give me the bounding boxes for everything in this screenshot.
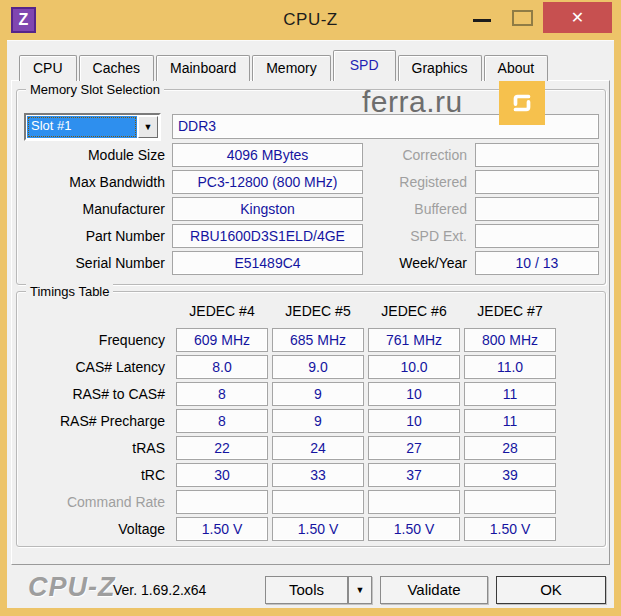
trc-cell: 30 xyxy=(176,463,268,487)
correction-label: Correction xyxy=(307,143,467,167)
cas-latency-cell: 8.0 xyxy=(176,355,268,379)
close-button[interactable]: ✕ xyxy=(543,2,612,33)
ras-precharge-cell: 8 xyxy=(176,409,268,433)
week-year-field: 10 / 13 xyxy=(475,251,599,275)
version-text: Ver. 1.69.2.x64 xyxy=(113,582,206,598)
tab-caches[interactable]: Caches xyxy=(79,55,154,81)
ferra-watermark: ferra.ru xyxy=(362,85,463,119)
tab-about[interactable]: About xyxy=(484,55,549,81)
slot-select-value[interactable]: Slot #1 xyxy=(27,116,137,138)
validate-button[interactable]: Validate xyxy=(380,576,488,604)
voltage-cell: 1.50 V xyxy=(272,517,364,541)
serial-number-label: Serial Number xyxy=(17,251,165,275)
ras-precharge-cell: 10 xyxy=(368,409,460,433)
frequency-cell: 609 MHz xyxy=(176,328,268,352)
cpuz-logo: CPU-Z xyxy=(28,572,116,603)
cas-latency-label: CAS# Latency xyxy=(17,355,165,379)
command-rate-cell xyxy=(176,490,268,514)
cas-latency-cell: 10.0 xyxy=(368,355,460,379)
ras-precharge-cell: 11 xyxy=(464,409,556,433)
tools-dropdown-arrow-icon[interactable]: ▼ xyxy=(348,576,372,604)
cas-latency-cell: 11.0 xyxy=(464,355,556,379)
voltage-cell: 1.50 V xyxy=(176,517,268,541)
tras-cell: 24 xyxy=(272,436,364,460)
trc-label: tRC xyxy=(17,463,165,487)
tab-graphics[interactable]: Graphics xyxy=(398,55,482,81)
column-header-jedec6: JEDEC #6 xyxy=(368,303,460,320)
correction-field xyxy=(475,143,599,167)
ferra-logo-icon xyxy=(499,81,545,125)
tab-mainboard[interactable]: Mainboard xyxy=(156,55,250,81)
registered-field xyxy=(475,170,599,194)
ras-to-cas-cell: 8 xyxy=(176,382,268,406)
frequency-label: Frequency xyxy=(17,328,165,352)
titlebar[interactable]: Z CPU-Z ✕ xyxy=(0,0,621,40)
ras-to-cas-cell: 9 xyxy=(272,382,364,406)
command-rate-label: Command Rate xyxy=(17,490,165,514)
buffered-field xyxy=(475,197,599,221)
close-icon: ✕ xyxy=(571,8,584,27)
week-year-label: Week/Year xyxy=(307,251,467,275)
ras-to-cas-cell: 10 xyxy=(368,382,460,406)
manufacturer-label: Manufacturer xyxy=(17,197,165,221)
cas-latency-cell: 9.0 xyxy=(272,355,364,379)
column-header-jedec4: JEDEC #4 xyxy=(176,303,268,320)
voltage-cell: 1.50 V xyxy=(464,517,556,541)
minimize-icon xyxy=(473,19,491,22)
module-size-label: Module Size xyxy=(17,143,165,167)
buffered-label: Buffered xyxy=(307,197,467,221)
command-rate-cell xyxy=(272,490,364,514)
column-header-jedec5: JEDEC #5 xyxy=(272,303,364,320)
command-rate-cell xyxy=(368,490,460,514)
trc-cell: 33 xyxy=(272,463,364,487)
spd-ext-label: SPD Ext. xyxy=(307,224,467,248)
tras-cell: 27 xyxy=(368,436,460,460)
spd-ext-field xyxy=(475,224,599,248)
frequency-cell: 800 MHz xyxy=(464,328,556,352)
ras-precharge-cell: 9 xyxy=(272,409,364,433)
frequency-cell: 685 MHz xyxy=(272,328,364,352)
voltage-label: Voltage xyxy=(17,517,165,541)
maximize-icon xyxy=(512,10,533,26)
timings-table-legend: Timings Table xyxy=(26,284,113,299)
tras-label: tRAS xyxy=(17,436,165,460)
command-rate-cell xyxy=(464,490,556,514)
chevron-down-icon[interactable]: ▼ xyxy=(138,116,158,138)
ok-button[interactable]: OK xyxy=(496,576,606,604)
frequency-cell: 761 MHz xyxy=(368,328,460,352)
registered-label: Registered xyxy=(307,170,467,194)
cpuz-window: Z CPU-Z ✕ CPU Caches Mainboard Memory SP… xyxy=(0,0,621,616)
dialog-content: CPU Caches Mainboard Memory SPD Graphics… xyxy=(7,40,614,608)
ras-to-cas-cell: 11 xyxy=(464,382,556,406)
tab-bar: CPU Caches Mainboard Memory SPD Graphics… xyxy=(19,54,550,81)
tras-cell: 28 xyxy=(464,436,556,460)
column-header-jedec7: JEDEC #7 xyxy=(464,303,556,320)
maximize-button[interactable] xyxy=(506,8,538,32)
tras-cell: 22 xyxy=(176,436,268,460)
ras-to-cas-label: RAS# to CAS# xyxy=(17,382,165,406)
tab-memory[interactable]: Memory xyxy=(252,55,331,81)
max-bandwidth-label: Max Bandwidth xyxy=(17,170,165,194)
part-number-label: Part Number xyxy=(17,224,165,248)
ras-precharge-label: RAS# Precharge xyxy=(17,409,165,433)
memory-slot-selection-legend: Memory Slot Selection xyxy=(26,82,164,97)
trc-cell: 39 xyxy=(464,463,556,487)
voltage-cell: 1.50 V xyxy=(368,517,460,541)
tab-spd[interactable]: SPD xyxy=(333,50,396,81)
slot-select-dropdown[interactable]: Slot #1 ▼ xyxy=(24,113,161,141)
trc-cell: 37 xyxy=(368,463,460,487)
tools-button[interactable]: Tools xyxy=(265,576,348,604)
tab-cpu[interactable]: CPU xyxy=(19,55,77,81)
minimize-button[interactable] xyxy=(466,8,498,32)
